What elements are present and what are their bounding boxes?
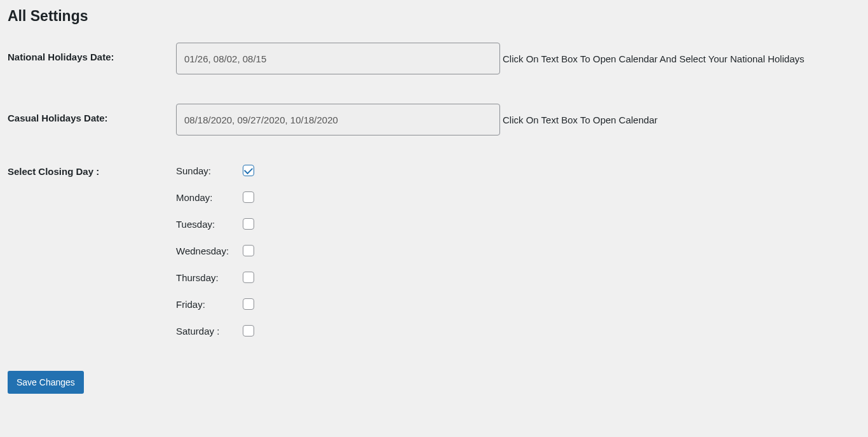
- day-checkbox-thursday[interactable]: [243, 272, 254, 283]
- day-checkbox-sunday[interactable]: [243, 165, 254, 176]
- casual-holidays-row: Casual Holidays Date: Click On Text Box …: [8, 104, 860, 135]
- day-checkbox-wednesday[interactable]: [243, 245, 254, 256]
- casual-holidays-label: Casual Holidays Date:: [8, 104, 176, 123]
- day-item-saturday: Saturday :: [176, 325, 254, 336]
- day-item-friday: Friday:: [176, 298, 254, 310]
- closing-day-label: Select Closing Day :: [8, 165, 176, 177]
- day-checkbox-saturday[interactable]: [243, 325, 254, 336]
- day-label: Tuesday:: [176, 219, 243, 230]
- closing-day-row: Select Closing Day : Sunday: Monday: Tue…: [8, 165, 860, 336]
- day-label: Friday:: [176, 299, 243, 310]
- day-label: Sunday:: [176, 165, 243, 176]
- save-changes-button[interactable]: Save Changes: [8, 371, 84, 394]
- national-holidays-label: National Holidays Date:: [8, 43, 176, 62]
- day-checkbox-monday[interactable]: [243, 191, 254, 203]
- day-label: Monday:: [176, 192, 243, 203]
- day-item-sunday: Sunday:: [176, 165, 254, 176]
- day-checkbox-friday[interactable]: [243, 298, 254, 310]
- day-item-monday: Monday:: [176, 191, 254, 203]
- casual-holidays-input[interactable]: [176, 104, 500, 135]
- day-label: Wednesday:: [176, 246, 243, 256]
- day-item-tuesday: Tuesday:: [176, 218, 254, 230]
- national-holidays-row: National Holidays Date: Click On Text Bo…: [8, 43, 860, 74]
- day-label: Thursday:: [176, 272, 243, 283]
- page-title: All Settings: [8, 8, 860, 25]
- closing-day-list: Sunday: Monday: Tuesday: Wednesday: Thur…: [176, 165, 254, 336]
- casual-holidays-help: Click On Text Box To Open Calendar: [503, 114, 658, 125]
- national-holidays-help: Click On Text Box To Open Calendar And S…: [503, 53, 804, 64]
- day-item-wednesday: Wednesday:: [176, 245, 254, 256]
- national-holidays-input[interactable]: [176, 43, 500, 74]
- day-checkbox-tuesday[interactable]: [243, 218, 254, 230]
- day-label: Saturday :: [176, 326, 243, 336]
- day-item-thursday: Thursday:: [176, 272, 254, 283]
